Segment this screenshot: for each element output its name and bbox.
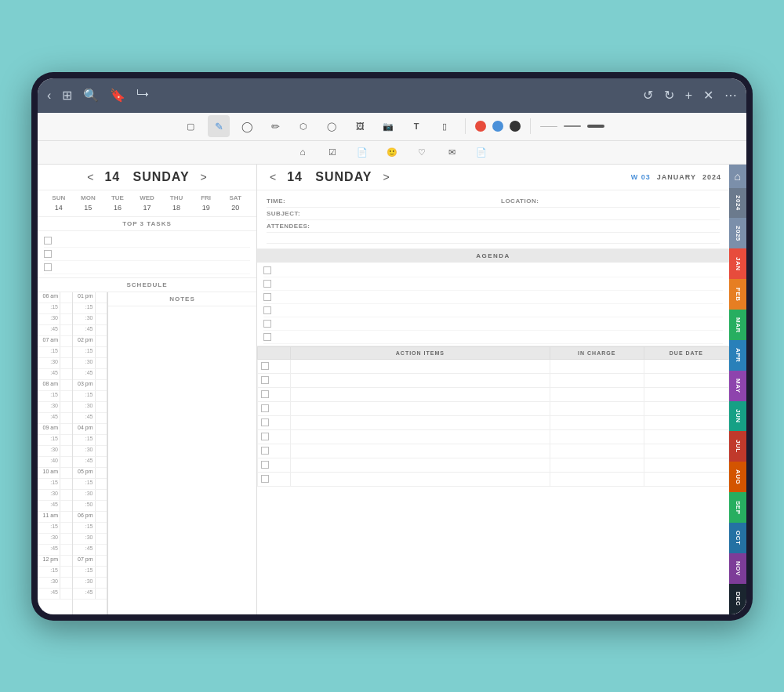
- search-icon[interactable]: 🔍: [83, 88, 99, 103]
- tab-nov[interactable]: NOV: [729, 553, 746, 584]
- right-prev-arrow[interactable]: <: [265, 169, 281, 185]
- undo-icon[interactable]: ↺: [643, 88, 653, 103]
- action-date-9[interactable]: [644, 472, 728, 486]
- action-checkbox-3[interactable]: [261, 390, 269, 398]
- right-next-arrow[interactable]: >: [378, 169, 394, 185]
- lasso-tool[interactable]: ◯: [321, 115, 343, 137]
- tab-2025[interactable]: 2025: [729, 218, 746, 248]
- cal-day-18[interactable]: 18: [162, 202, 191, 213]
- action-charge-3[interactable]: [550, 387, 644, 401]
- cal-day-17[interactable]: 17: [132, 202, 162, 213]
- task-checkbox-1[interactable]: [44, 237, 52, 245]
- agenda-checkbox-5[interactable]: [263, 320, 271, 328]
- shapes-tool[interactable]: ⬡: [292, 115, 314, 137]
- black-color[interactable]: [510, 121, 521, 132]
- action-date-2[interactable]: [644, 373, 728, 387]
- agenda-checkbox-2[interactable]: [263, 280, 271, 288]
- action-checkbox-4[interactable]: [261, 404, 269, 412]
- back-icon[interactable]: ‹: [47, 89, 51, 103]
- marker-tool[interactable]: ▯: [434, 115, 456, 137]
- tab-may[interactable]: MAY: [729, 371, 746, 401]
- redo-icon[interactable]: ↻: [664, 88, 674, 103]
- heart-tool[interactable]: ♡: [411, 141, 433, 163]
- checkbox-tool[interactable]: ☑: [321, 141, 343, 163]
- action-charge-1[interactable]: [550, 359, 644, 373]
- left-prev-arrow[interactable]: <: [82, 169, 98, 185]
- tab-sep[interactable]: SEP: [729, 492, 746, 523]
- action-item-6[interactable]: [291, 429, 550, 444]
- line-medium[interactable]: [564, 125, 581, 127]
- tab-2024[interactable]: 2024: [729, 188, 746, 219]
- action-checkbox-7[interactable]: [261, 447, 269, 455]
- pen-tool[interactable]: ✎: [208, 115, 230, 137]
- file-tool[interactable]: 📄: [470, 141, 492, 163]
- action-date-4[interactable]: [644, 401, 728, 415]
- line-thick[interactable]: [587, 125, 604, 128]
- cal-day-19[interactable]: 19: [191, 202, 221, 213]
- cal-day-15[interactable]: 15: [74, 202, 103, 213]
- action-checkbox-6[interactable]: [261, 433, 269, 440]
- tab-dec[interactable]: DEC: [729, 584, 746, 614]
- grid-icon[interactable]: ⊞: [62, 88, 72, 103]
- action-item-4[interactable]: [291, 401, 550, 415]
- task-checkbox-2[interactable]: [44, 250, 52, 258]
- left-next-arrow[interactable]: >: [196, 169, 212, 185]
- pencil-tool[interactable]: ✏: [264, 115, 286, 137]
- image-tool[interactable]: 🖼: [349, 115, 371, 137]
- tab-jun[interactable]: JUN: [729, 401, 746, 432]
- action-checkbox-9[interactable]: [261, 475, 269, 483]
- emoji-tool[interactable]: 🙂: [381, 141, 403, 163]
- action-charge-6[interactable]: [550, 429, 644, 444]
- action-date-7[interactable]: [644, 444, 728, 458]
- action-item-2[interactable]: [291, 373, 550, 387]
- action-charge-8[interactable]: [550, 458, 644, 472]
- agenda-checkbox-4[interactable]: [263, 306, 271, 314]
- action-charge-4[interactable]: [550, 401, 644, 415]
- text-tool[interactable]: T: [405, 115, 427, 137]
- action-charge-7[interactable]: [550, 444, 644, 458]
- action-date-6[interactable]: [644, 429, 728, 444]
- canvas-tool[interactable]: ▢: [180, 115, 201, 137]
- close-icon[interactable]: ✕: [703, 88, 713, 103]
- blue-color[interactable]: [492, 121, 503, 132]
- share-icon[interactable]: ⮡: [136, 89, 149, 103]
- action-date-1[interactable]: [644, 359, 728, 373]
- tab-aug[interactable]: AUG: [729, 462, 746, 492]
- red-color[interactable]: [475, 121, 486, 132]
- action-charge-9[interactable]: [550, 472, 644, 486]
- tab-mar[interactable]: MAR: [729, 310, 746, 340]
- document-tool[interactable]: 📄: [351, 141, 373, 163]
- tab-jan[interactable]: JAN: [729, 248, 746, 279]
- action-item-9[interactable]: [291, 472, 550, 486]
- action-item-5[interactable]: [291, 415, 550, 429]
- tab-oct[interactable]: OCT: [729, 523, 746, 553]
- cal-day-20[interactable]: 20: [220, 202, 250, 213]
- cal-day-16[interactable]: 16: [103, 202, 132, 213]
- tab-home[interactable]: ⌂: [729, 165, 746, 188]
- agenda-checkbox-1[interactable]: [263, 266, 271, 274]
- action-item-8[interactable]: [291, 458, 550, 472]
- camera-tool[interactable]: 📷: [377, 115, 399, 137]
- tag-tool[interactable]: ✉: [441, 141, 463, 163]
- action-item-3[interactable]: [291, 387, 550, 401]
- tab-apr[interactable]: APR: [729, 340, 746, 371]
- action-charge-2[interactable]: [550, 373, 644, 387]
- action-item-7[interactable]: [291, 444, 550, 458]
- cal-day-14[interactable]: 14: [44, 202, 74, 213]
- action-checkbox-8[interactable]: [261, 461, 269, 469]
- action-checkbox-2[interactable]: [261, 376, 269, 384]
- add-icon[interactable]: +: [685, 89, 692, 103]
- action-checkbox-5[interactable]: [261, 418, 269, 426]
- action-date-3[interactable]: [644, 387, 728, 401]
- tab-jul[interactable]: JUL: [729, 431, 746, 462]
- agenda-checkbox-6[interactable]: [263, 333, 271, 341]
- action-date-8[interactable]: [644, 458, 728, 472]
- action-date-5[interactable]: [644, 415, 728, 429]
- more-icon[interactable]: ⋯: [724, 88, 737, 103]
- bookmark-icon[interactable]: 🔖: [110, 88, 125, 103]
- action-item-1[interactable]: [291, 359, 550, 373]
- action-charge-5[interactable]: [550, 415, 644, 429]
- home-tool[interactable]: ⌂: [292, 141, 314, 163]
- action-checkbox-1[interactable]: [261, 362, 269, 370]
- task-checkbox-3[interactable]: [44, 263, 52, 271]
